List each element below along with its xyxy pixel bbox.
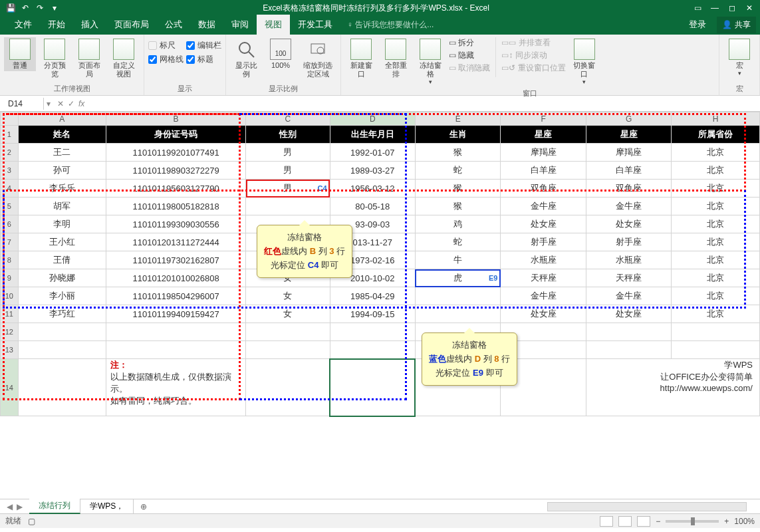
reset-window-button[interactable]: ▭↺ 重设窗口位置 bbox=[501, 63, 565, 74]
sheet-nav-prev-icon[interactable]: ◀ bbox=[7, 502, 13, 511]
cell[interactable]: 摩羯座 bbox=[586, 144, 671, 162]
tell-me[interactable]: ♀ 告诉我您想要做什么... bbox=[340, 15, 440, 35]
row-header[interactable]: 6 bbox=[1, 215, 19, 233]
cell[interactable]: 猴 bbox=[415, 144, 500, 162]
cell[interactable]: 110101198005182818 bbox=[106, 198, 246, 215]
qat-customize-icon[interactable]: ▾ bbox=[49, 3, 60, 13]
cell[interactable]: 110101198903272279 bbox=[106, 162, 246, 180]
col-header[interactable]: C bbox=[246, 112, 330, 126]
cell[interactable]: 孙可 bbox=[18, 162, 106, 180]
row-header[interactable]: 12 bbox=[1, 323, 19, 341]
undo-icon[interactable]: ↶ bbox=[20, 3, 31, 13]
cell[interactable]: 双鱼座 bbox=[586, 180, 671, 198]
cell[interactable]: 北京 bbox=[672, 198, 760, 215]
cell[interactable]: 鸡 bbox=[415, 215, 500, 233]
name-box[interactable]: D14 bbox=[4, 98, 44, 110]
freeze-panes-button[interactable]: 冻结窗格▾ bbox=[414, 37, 446, 87]
cell[interactable]: 学WPS让OFFICE办公变得简单http://www.xuewps.com/ bbox=[586, 359, 759, 416]
cell[interactable]: 双鱼座 bbox=[501, 180, 586, 198]
selected-cell[interactable] bbox=[330, 359, 415, 416]
cell[interactable] bbox=[672, 341, 760, 359]
split-button[interactable]: ▭ 拆分 bbox=[449, 37, 490, 49]
col-header[interactable]: F bbox=[501, 112, 586, 126]
macro-record-icon[interactable]: ▢ bbox=[28, 517, 35, 526]
row-header[interactable]: 7 bbox=[1, 233, 19, 251]
cell[interactable] bbox=[18, 359, 106, 416]
cell[interactable]: 蛇 bbox=[415, 162, 500, 180]
cell[interactable]: 处女座 bbox=[586, 215, 671, 233]
tab-developer[interactable]: 开发工具 bbox=[290, 15, 340, 35]
cell[interactable]: 女 bbox=[246, 287, 330, 305]
cell[interactable]: 猴 bbox=[415, 198, 500, 215]
page-layout-view-icon[interactable] bbox=[618, 516, 632, 527]
cell[interactable]: 天秤座 bbox=[586, 269, 671, 287]
table-header-cell[interactable]: 星座 bbox=[586, 126, 671, 144]
cell[interactable]: 110101199409159427 bbox=[106, 305, 246, 323]
row-header[interactable]: 14 bbox=[1, 359, 19, 416]
zoom-slider[interactable] bbox=[666, 520, 719, 523]
tab-file[interactable]: 文件 bbox=[7, 15, 40, 35]
new-window-button[interactable]: 新建窗口 bbox=[345, 37, 377, 80]
cell[interactable]: 射手座 bbox=[501, 233, 586, 251]
cancel-icon[interactable]: ✕ bbox=[57, 99, 64, 108]
cell[interactable]: 北京 bbox=[672, 269, 760, 287]
cell[interactable] bbox=[672, 323, 760, 341]
redo-icon[interactable]: ↷ bbox=[35, 3, 45, 13]
cell[interactable]: 110101201010026808 bbox=[106, 269, 246, 287]
ribbon-options-icon[interactable]: ▭ bbox=[692, 3, 703, 13]
cell[interactable]: 金牛座 bbox=[586, 287, 671, 305]
close-icon[interactable]: ✕ bbox=[744, 3, 755, 13]
cell[interactable]: 注：以上数据随机生成，仅供数据演示。如有雷同，纯属巧合。 bbox=[106, 359, 246, 416]
enter-icon[interactable]: ✓ bbox=[68, 99, 74, 108]
zoom-in-icon[interactable]: + bbox=[724, 517, 729, 526]
cell[interactable] bbox=[246, 323, 330, 341]
sheet-tab[interactable]: 学WPS， bbox=[80, 499, 134, 513]
switch-windows-button[interactable]: 切换窗口▾ bbox=[569, 37, 600, 87]
cell[interactable]: 110101198504296007 bbox=[106, 287, 246, 305]
share-button[interactable]: 👤共享 bbox=[717, 17, 756, 33]
tab-home[interactable]: 开始 bbox=[40, 15, 73, 35]
custom-views-button[interactable]: 自定义视图 bbox=[108, 37, 140, 80]
row-header[interactable]: 1 bbox=[1, 126, 19, 144]
cell[interactable]: 北京 bbox=[672, 162, 760, 180]
row-header[interactable]: 9 bbox=[1, 269, 19, 287]
cell[interactable]: 110101195603127790 bbox=[106, 180, 246, 198]
view-side-by-side-button[interactable]: ▭▭ 并排查看 bbox=[501, 37, 565, 49]
cell[interactable]: 1956-03-12 bbox=[330, 180, 415, 198]
sheet-nav-next-icon[interactable]: ▶ bbox=[17, 502, 23, 511]
tab-layout[interactable]: 页面布局 bbox=[106, 15, 157, 35]
cell[interactable]: 水瓶座 bbox=[586, 251, 671, 269]
cell[interactable]: 110101199309030556 bbox=[106, 215, 246, 233]
cell[interactable]: 男 bbox=[246, 162, 330, 180]
cell[interactable]: 110101199201077491 bbox=[106, 144, 246, 162]
cell[interactable]: 胡军 bbox=[18, 198, 106, 215]
gridlines-checkbox[interactable]: 网格线 bbox=[148, 54, 184, 65]
cell[interactable]: 处女座 bbox=[501, 305, 586, 323]
arrange-all-button[interactable]: 全部重排 bbox=[380, 37, 412, 80]
cell[interactable]: 1994-09-15 bbox=[330, 305, 415, 323]
cell[interactable] bbox=[415, 287, 500, 305]
cell[interactable]: 男C4 bbox=[246, 180, 330, 198]
zoom-level[interactable]: 100% bbox=[734, 517, 755, 526]
save-icon[interactable]: 💾 bbox=[5, 3, 16, 13]
table-header-cell[interactable]: 姓名 bbox=[18, 126, 106, 144]
table-header-cell[interactable]: 生肖 bbox=[415, 126, 500, 144]
row-header[interactable]: 5 bbox=[1, 198, 19, 215]
cell[interactable]: 金牛座 bbox=[501, 198, 586, 215]
cell[interactable]: 李小丽 bbox=[18, 287, 106, 305]
worksheet[interactable]: A B C D E F G H 1姓名身份证号码性别出生年月日生肖星座星座所属省… bbox=[0, 112, 760, 499]
macros-button[interactable]: 宏▾ bbox=[723, 37, 755, 78]
table-header-cell[interactable]: 性别 bbox=[246, 126, 330, 144]
page-break-view-icon[interactable] bbox=[637, 516, 650, 527]
cell[interactable]: 李巧红 bbox=[18, 305, 106, 323]
table-header-cell[interactable]: 出生年月日 bbox=[330, 126, 415, 144]
cell[interactable]: 男 bbox=[246, 144, 330, 162]
tab-insert[interactable]: 插入 bbox=[73, 15, 106, 35]
cell[interactable]: 牛 bbox=[415, 251, 500, 269]
cell[interactable] bbox=[330, 341, 415, 359]
cell[interactable]: 猴 bbox=[415, 180, 500, 198]
fx-icon[interactable]: fx bbox=[78, 99, 88, 108]
cell[interactable]: 110101201311272444 bbox=[106, 233, 246, 251]
cell[interactable] bbox=[106, 341, 246, 359]
tab-review[interactable]: 审阅 bbox=[223, 15, 257, 35]
